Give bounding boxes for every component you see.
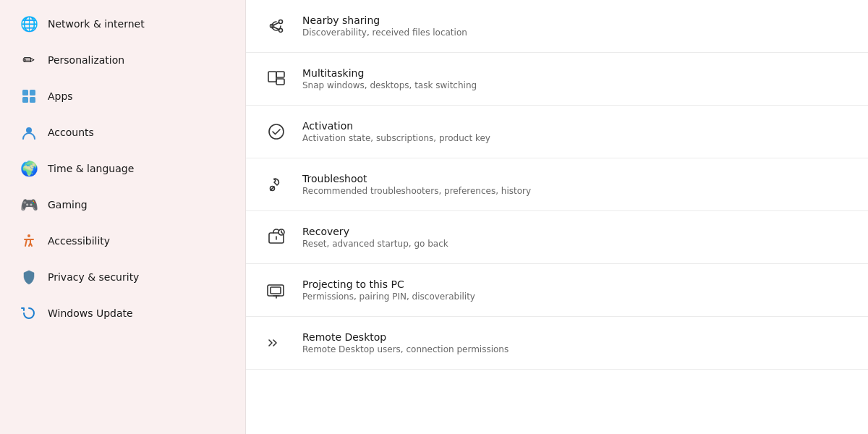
svg-point-8 <box>279 20 283 24</box>
setting-multitasking[interactable]: Multitasking Snap windows, desktops, tas… <box>246 53 868 106</box>
sidebar-item-privacy[interactable]: Privacy & security <box>6 260 239 294</box>
sidebar-label-time: Time & language <box>48 163 134 174</box>
projecting-title: Projecting to this PC <box>302 278 475 290</box>
svg-line-12 <box>273 27 278 30</box>
gaming-icon: 🎮 <box>20 196 38 213</box>
projecting-icon <box>263 277 289 303</box>
main-content: Nearby sharing Discoverability, received… <box>246 0 868 434</box>
activation-desc: Activation state, subscriptions, product… <box>302 133 490 143</box>
nearby-sharing-icon <box>263 13 289 39</box>
remote-desktop-desc: Remote Desktop users, connection permiss… <box>302 344 509 354</box>
svg-rect-15 <box>276 79 284 85</box>
sidebar-item-time[interactable]: 🌍 Time & language <box>6 151 239 186</box>
setting-projecting[interactable]: Projecting to this PC Permissions, pairi… <box>246 264 868 317</box>
sidebar-label-personalization: Personalization <box>48 54 124 66</box>
remote-desktop-icon <box>263 330 289 356</box>
projecting-text: Projecting to this PC Permissions, pairi… <box>302 278 475 302</box>
recovery-desc: Reset, advanced startup, go back <box>302 239 448 249</box>
troubleshoot-text: Troubleshoot Recommended troubleshooters… <box>302 173 531 196</box>
sidebar-item-update[interactable]: Windows Update <box>6 296 239 331</box>
sidebar-label-gaming: Gaming <box>48 199 88 210</box>
sidebar: 🌐 Network & internet ✏️ Personalization … <box>0 0 246 434</box>
privacy-icon <box>20 268 38 286</box>
sidebar-label-accessibility: Accessibility <box>48 235 110 247</box>
sidebar-label-apps: Apps <box>48 90 73 102</box>
nearby-sharing-title: Nearby sharing <box>302 14 467 26</box>
svg-rect-2 <box>22 97 28 103</box>
multitasking-text: Multitasking Snap windows, desktops, tas… <box>302 67 477 90</box>
setting-remote-desktop[interactable]: Remote Desktop Remote Desktop users, con… <box>246 317 868 370</box>
svg-rect-14 <box>276 72 284 77</box>
projecting-desc: Permissions, pairing PIN, discoverabilit… <box>302 292 475 302</box>
activation-title: Activation <box>302 120 490 132</box>
nearby-sharing-text: Nearby sharing Discoverability, received… <box>302 14 467 38</box>
activation-icon <box>263 119 289 145</box>
sidebar-item-gaming[interactable]: 🎮 Gaming <box>6 187 239 222</box>
sidebar-label-accounts: Accounts <box>48 127 94 138</box>
svg-point-9 <box>279 29 283 33</box>
svg-rect-13 <box>268 72 276 82</box>
sidebar-label-privacy: Privacy & security <box>48 271 139 283</box>
multitasking-icon <box>263 66 289 92</box>
sidebar-label-update: Windows Update <box>48 307 133 319</box>
setting-nearby-sharing[interactable]: Nearby sharing Discoverability, received… <box>246 0 868 53</box>
svg-point-5 <box>27 234 30 237</box>
svg-rect-3 <box>30 97 35 103</box>
troubleshoot-icon <box>263 171 289 197</box>
accounts-icon <box>20 124 38 141</box>
svg-point-16 <box>269 124 284 139</box>
recovery-text: Recovery Reset, advanced startup, go bac… <box>302 226 448 249</box>
troubleshoot-title: Troubleshoot <box>302 173 531 184</box>
remote-desktop-title: Remote Desktop <box>302 331 509 343</box>
svg-rect-1 <box>30 90 35 95</box>
troubleshoot-desc: Recommended troubleshooters, preferences… <box>302 186 531 196</box>
update-icon <box>20 305 38 322</box>
remote-desktop-text: Remote Desktop Remote Desktop users, con… <box>302 331 509 354</box>
sidebar-item-accounts[interactable]: Accounts <box>6 115 239 150</box>
apps-icon <box>20 88 38 105</box>
sidebar-item-personalization[interactable]: ✏️ Personalization <box>6 43 239 77</box>
svg-rect-21 <box>271 287 281 294</box>
activation-text: Activation Activation state, subscriptio… <box>302 120 490 143</box>
recovery-title: Recovery <box>302 226 448 237</box>
accessibility-icon <box>20 232 38 250</box>
sidebar-item-apps[interactable]: Apps <box>6 79 239 114</box>
svg-rect-0 <box>22 90 28 95</box>
time-icon: 🌍 <box>20 160 38 177</box>
setting-troubleshoot[interactable]: Troubleshoot Recommended troubleshooters… <box>246 158 868 211</box>
personalization-icon: ✏️ <box>20 51 38 69</box>
setting-activation[interactable]: Activation Activation state, subscriptio… <box>246 106 868 158</box>
recovery-icon <box>263 224 289 250</box>
sidebar-item-network[interactable]: 🌐 Network & internet <box>6 7 239 41</box>
multitasking-desc: Snap windows, desktops, task switching <box>302 80 477 90</box>
network-icon: 🌐 <box>20 15 38 33</box>
multitasking-title: Multitasking <box>302 67 477 79</box>
svg-line-11 <box>273 22 278 25</box>
setting-recovery[interactable]: Recovery Reset, advanced startup, go bac… <box>246 211 868 264</box>
svg-point-4 <box>26 127 32 133</box>
nearby-sharing-desc: Discoverability, received files location <box>302 27 467 38</box>
sidebar-label-network: Network & internet <box>48 18 145 30</box>
sidebar-item-accessibility[interactable]: Accessibility <box>6 224 239 258</box>
